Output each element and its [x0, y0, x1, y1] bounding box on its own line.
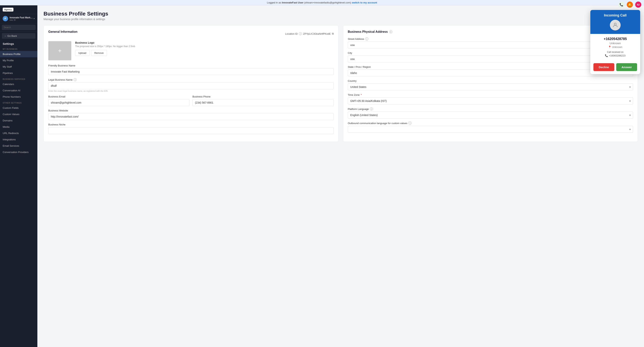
call-name: Unknown	[594, 42, 637, 45]
niche-input[interactable]	[48, 127, 334, 134]
outbound-language-info-icon[interactable]: i	[408, 122, 412, 125]
friendly-name-label: Friendly Business Name	[48, 64, 334, 67]
legal-name-input[interactable]	[48, 82, 334, 89]
sidebar-item-conversation-ai[interactable]: Conversation AI	[0, 87, 38, 94]
sidebar-item-label: Email Services	[3, 144, 19, 147]
location-id-value: ZPYpLrC3GkaNrtfPKxdE	[303, 32, 330, 35]
email-phone-row: Business Email Business Phone	[48, 95, 334, 109]
email-group: Business Email	[48, 95, 189, 106]
email-input[interactable]	[48, 99, 189, 106]
sidebar-item-label: Domains	[3, 119, 12, 122]
timezone-label: Time Zone *	[348, 93, 633, 96]
call-avatar	[610, 20, 620, 30]
sidebar-item-label: My Staff	[3, 65, 12, 68]
sidebar-item-label: Media	[3, 125, 10, 128]
sidebar-item-custom-values[interactable]: Custom Values	[0, 111, 38, 117]
user-avatar-btn[interactable]: IU	[635, 1, 641, 8]
search-input[interactable]	[2, 25, 36, 30]
street-info-icon[interactable]: i	[365, 37, 368, 40]
sidebar-item-label: Calendars	[3, 83, 14, 86]
settings-heading: Settings	[0, 40, 38, 46]
logo-title: Business Logo	[75, 41, 135, 44]
sidebar-item-media[interactable]: Media	[0, 124, 38, 130]
friendly-name-group: Friendly Business Name	[48, 64, 334, 75]
sidebar-item-email-services[interactable]: Email Services	[0, 143, 38, 149]
sidebar-item-label: Integrations	[3, 138, 16, 141]
account-info: Innovate Fast Marke... usa, ID	[10, 16, 34, 21]
legal-name-hint: Enter the exact legal business name, as …	[48, 90, 334, 92]
switch-account-link[interactable]: switch to my account	[352, 1, 377, 4]
country-group: Country United States	[348, 79, 633, 90]
sidebar-item-label: Business Profile	[3, 53, 20, 55]
answer-button[interactable]: Answer	[616, 63, 637, 71]
decline-button[interactable]: Decline	[594, 63, 614, 71]
sidebar-item-label: Conversation Providers	[3, 151, 28, 154]
sidebar-item-business-profile[interactable]: Business Profile	[0, 51, 38, 57]
phone-group: Business Phone	[192, 95, 334, 106]
top-banner: Logged in as InnovateFast User (shivam+i…	[0, 0, 644, 5]
website-input[interactable]	[48, 113, 334, 120]
platform-language-select-wrapper: English (United States)	[348, 112, 633, 118]
sidebar-search-area	[0, 23, 38, 31]
banner-text: Logged in as	[267, 1, 282, 4]
notification-bell-btn[interactable]: 🔔	[627, 1, 633, 8]
call-header-title: Incoming Call	[594, 13, 637, 17]
niche-group: Business Niche	[48, 123, 334, 134]
sidebar-item-my-staff[interactable]: My Staff	[0, 63, 38, 70]
upload-button[interactable]: Upload	[75, 50, 90, 56]
location-pin-icon: 📍	[608, 45, 611, 48]
logo-info: Business Logo The proposed size is 350px…	[75, 41, 135, 56]
address-info-icon[interactable]: i	[389, 30, 392, 33]
copy-icon[interactable]: ⧉	[332, 32, 334, 35]
sidebar-item-url-redirects[interactable]: URL Redirects	[0, 130, 38, 136]
website-label: Business Website	[48, 109, 334, 112]
business-services-label: BUSINESS SERVICES	[0, 76, 38, 81]
platform-language-select[interactable]: English (United States)	[348, 112, 633, 118]
outbound-language-select[interactable]	[348, 126, 633, 133]
legal-name-group: Legal Business Name i Enter the exact le…	[48, 78, 334, 92]
country-label: Country	[348, 79, 633, 82]
platform-language-label: Platform Language i	[348, 107, 633, 110]
go-back-button[interactable]: ← Go Back	[2, 33, 36, 39]
outbound-language-select-wrapper	[348, 126, 633, 133]
call-location-text: Unknown	[612, 45, 622, 48]
sidebar-item-phone-numbers[interactable]: Phone Numbers	[0, 94, 38, 100]
country-select[interactable]: United States	[348, 83, 633, 90]
friendly-name-input[interactable]	[48, 68, 334, 75]
call-location: 📍 Unknown	[594, 45, 637, 48]
sidebar-item-calendars[interactable]: Calendars	[0, 81, 38, 87]
country-select-wrapper: United States	[348, 83, 633, 90]
location-id-info-icon[interactable]: i	[299, 32, 302, 35]
call-body: +16205428785 Unknown 📍 Unknown Call rece…	[590, 34, 640, 63]
sidebar-item-label: Custom Values	[3, 113, 19, 116]
remove-button[interactable]: Remove	[91, 50, 107, 56]
phone-icon-btn[interactable]: 📞	[618, 1, 624, 8]
sidebar-item-my-profile[interactable]: My Profile	[0, 57, 38, 63]
logo-placeholder: +	[48, 41, 71, 60]
sidebar-item-pipelines[interactable]: Pipelines	[0, 70, 38, 76]
phone-input[interactable]	[192, 99, 334, 106]
timezone-select-wrapper: GMT+05:30 Asia/Kolkata (IST)	[348, 97, 633, 104]
location-id-label: Location ID	[285, 32, 298, 35]
sidebar-item-integrations[interactable]: Integrations	[0, 136, 38, 143]
sidebar-item-label: Pipelines	[3, 72, 13, 74]
platform-language-info-icon[interactable]: i	[370, 107, 373, 110]
my-business-label: MY BUSINESS	[0, 46, 38, 51]
sidebar: Agency IF Innovate Fast Marke... usa, ID…	[0, 5, 38, 347]
general-info-card: General Information Location ID i ZPYpLr…	[44, 25, 338, 142]
legal-name-label: Legal Business Name i	[48, 78, 334, 81]
legal-name-info-icon[interactable]: i	[74, 78, 77, 81]
outbound-language-label: Outbound communication language for cust…	[348, 122, 633, 125]
svg-point-0	[614, 23, 616, 25]
account-avatar: IF	[3, 16, 8, 21]
sidebar-item-domains[interactable]: Domains	[0, 117, 38, 124]
sidebar-account[interactable]: IF Innovate Fast Marke... usa, ID ▾	[0, 14, 38, 23]
account-sub: usa, ID	[10, 19, 34, 21]
sidebar-item-conversation-providers[interactable]: Conversation Providers	[0, 149, 38, 155]
account-name: Innovate Fast Marke...	[10, 16, 34, 19]
timezone-select[interactable]: GMT+05:30 Asia/Kolkata (IST)	[348, 97, 633, 104]
sidebar-item-custom-fields[interactable]: Custom Fields	[0, 105, 38, 111]
top-right-icons: 📞 🔔 IU	[618, 1, 641, 8]
person-icon	[612, 22, 618, 28]
main-content: Business Profile Settings Manage your bu…	[38, 5, 644, 347]
